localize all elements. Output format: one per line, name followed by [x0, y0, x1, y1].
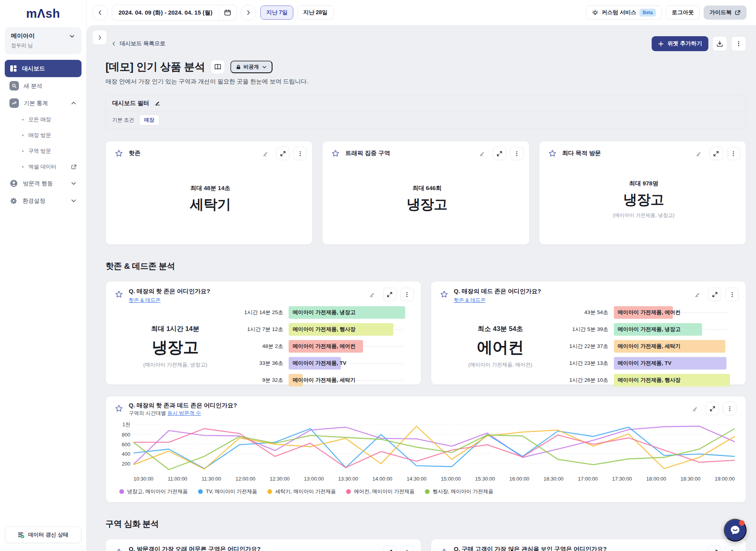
store-filter-chip[interactable]: 매장 — [139, 115, 159, 126]
widget-kebab-menu-button[interactable] — [727, 147, 740, 160]
expand-widget-button[interactable] — [383, 545, 397, 551]
widget-kebab-menu-button[interactable] — [400, 545, 414, 551]
legend-item[interactable]: 세탁기, 메이아이 가전제품 — [267, 488, 336, 495]
edit-widget-button[interactable] — [691, 288, 704, 301]
legend-item[interactable]: 행사장, 메이아이 가전제품 — [425, 488, 493, 495]
sidebar-item-settings[interactable]: 환경설정 — [5, 192, 82, 209]
stat-card-traffic: 트래픽 집중 구역 — [322, 141, 529, 245]
add-widget-label: 위젯 추가하기 — [667, 40, 702, 47]
dashboard-info-button[interactable] — [211, 60, 225, 74]
notification-dot — [739, 520, 745, 526]
edit-widget-button[interactable] — [691, 545, 704, 551]
custom-service-button[interactable]: 커스텀 서비스 Beta — [586, 6, 662, 20]
add-widget-button[interactable]: 위젯 추가하기 — [652, 36, 708, 51]
star-button[interactable] — [114, 545, 124, 551]
chat-widget-button[interactable] — [724, 519, 747, 542]
download-button[interactable] — [712, 36, 727, 51]
edit-widget-button[interactable] — [366, 288, 379, 301]
widget-kebab-menu-button[interactable] — [723, 402, 736, 415]
sidebar-subitem-excel-data[interactable]: 엑셀 데이터 — [5, 159, 82, 175]
workspace-selector[interactable]: 메이아이 정두리 님 — [5, 27, 82, 54]
sidebar-subitem-store-visits[interactable]: 매장 방문 — [5, 128, 82, 143]
x-tick-label: 18:00:00 — [646, 476, 666, 482]
widget-kebab-menu-button[interactable] — [400, 288, 414, 301]
star-button[interactable] — [439, 545, 449, 551]
star-button[interactable] — [547, 147, 558, 160]
stat-value: 냉장고 — [407, 195, 448, 214]
last-7-days-button[interactable]: 지난 7일 — [260, 6, 293, 20]
legend-label: TV, 메이아이 가전제품 — [206, 488, 257, 495]
deep-card-grid: Q. 방문객이 가장 오래 머무른 구역은 어디인가요? 목적 방문 구역 — [106, 539, 746, 551]
widget-kebab-menu-button[interactable] — [725, 288, 739, 301]
widget-kebab-menu-button[interactable] — [510, 147, 524, 160]
expand-widget-button[interactable] — [493, 147, 506, 160]
star-button[interactable] — [114, 147, 124, 160]
gear-icon — [9, 197, 18, 205]
bar-label: 메이아이 가전제품, 에어컨 — [618, 309, 681, 316]
back-to-dashboard-list-link[interactable]: 대시보드 목록으로 — [106, 40, 165, 47]
kebab-icon — [727, 406, 733, 412]
hotdead-link[interactable]: 핫존 & 데드존 — [454, 297, 486, 304]
sidebar-item-dashboard[interactable]: 대시보드 — [5, 60, 82, 77]
legend-item[interactable]: 냉장고, 메이아이 가전제품 — [119, 488, 188, 495]
page-kebab-menu-button[interactable] — [731, 36, 746, 51]
expand-widget-button[interactable] — [706, 402, 719, 415]
edit-widget-button[interactable] — [688, 402, 702, 415]
star-button[interactable] — [439, 288, 449, 301]
expand-icon — [387, 549, 393, 551]
refresh-status-label: 데이터 갱신 상태 — [28, 531, 68, 538]
sidebar-expand-toggle[interactable] — [92, 30, 107, 45]
pencil-icon — [692, 405, 699, 412]
deadzone-bar-chart: 43분 54초 메이아이 가전제품, 에어컨 1시간 5분 39초 메이아이 가… — [562, 306, 739, 386]
sidebar-item-basic-stats[interactable]: 기본 통계 — [5, 94, 82, 112]
edit-widget-button[interactable] — [366, 545, 379, 551]
expand-widget-button[interactable] — [710, 147, 723, 160]
star-button[interactable] — [114, 402, 124, 415]
edit-widget-button[interactable] — [476, 147, 489, 160]
data-refresh-status-button[interactable]: 데이터 갱신 상태 — [5, 527, 82, 543]
bar-row: 1시간 14분 25초 메이아이 가전제품, 냉장고 — [237, 306, 405, 319]
x-tick-label: 16:00:00 — [510, 476, 530, 482]
star-button[interactable] — [330, 147, 341, 160]
sidebar-subitem-all-stores[interactable]: 모든 매장 — [5, 112, 82, 128]
question-title: Q. 매장의 핫 존은 어디인가요? — [129, 288, 210, 294]
hotdead-link[interactable]: 핫존 & 데드존 — [129, 297, 161, 304]
edit-widget-button[interactable] — [259, 147, 272, 160]
expand-widget-button[interactable] — [708, 545, 721, 551]
longest-stay-question-card: Q. 방문객이 가장 오래 머무른 구역은 어디인가요? 목적 방문 구역 — [106, 539, 421, 551]
chevron-down-icon — [70, 198, 77, 204]
sidebar-item-new-analysis[interactable]: 새 분석 — [5, 77, 82, 94]
stat-card-purpose-visit: 최다 목적 방문 — [539, 141, 746, 245]
x-tick-label: 16:30:00 — [544, 476, 564, 482]
expand-icon — [713, 151, 719, 157]
visibility-dropdown[interactable]: 비공개 — [230, 61, 272, 73]
expand-widget-button[interactable] — [276, 147, 289, 160]
y-tick-label: 400 — [122, 451, 130, 457]
sidebar-subitem-zone-visits[interactable]: 구역 방문 — [5, 143, 82, 159]
bar-label: 메이아이 가전제품, 냉장고 — [293, 309, 356, 316]
concurrent-visitors-link[interactable]: 동시 방문객 수 — [167, 410, 201, 417]
logout-button[interactable]: 로그아웃 — [666, 6, 700, 20]
widget-kebab-menu-button[interactable] — [293, 147, 307, 160]
date-range-picker[interactable]: 2024. 04. 09 (화) - 2024. 04. 15 (월) — [112, 5, 237, 20]
section-title-deep: 구역 심화 분석 — [106, 518, 746, 529]
edit-filter-button[interactable] — [153, 99, 162, 107]
person-icon — [9, 179, 18, 188]
widget-kebab-menu-button[interactable] — [725, 545, 739, 551]
date-prev-button[interactable] — [92, 5, 108, 20]
legend-item[interactable]: 에어컨, 메이아이 가전제품 — [346, 488, 415, 495]
expand-widget-button[interactable] — [383, 288, 397, 301]
last-28-days-button[interactable]: 지난 28일 — [297, 6, 333, 20]
expand-widget-button[interactable] — [708, 288, 721, 301]
x-tick-label: 14:30:00 — [407, 476, 427, 482]
legend-item[interactable]: TV, 메이아이 가전제품 — [198, 488, 257, 495]
date-next-button[interactable] — [241, 5, 256, 20]
guidebook-button[interactable]: 가이드북 — [704, 6, 747, 20]
edit-widget-button[interactable] — [692, 147, 706, 160]
x-tick-label: 15:00:00 — [441, 476, 461, 482]
star-button[interactable] — [114, 288, 124, 301]
pencil-icon — [695, 150, 702, 157]
question-title: Q. 매장의 핫 존과 데드 존은 어디인가요? — [129, 402, 237, 409]
x-tick-label: 18:30:00 — [680, 476, 700, 482]
sidebar-item-visitor-behavior[interactable]: 방문객 행동 — [5, 175, 82, 192]
